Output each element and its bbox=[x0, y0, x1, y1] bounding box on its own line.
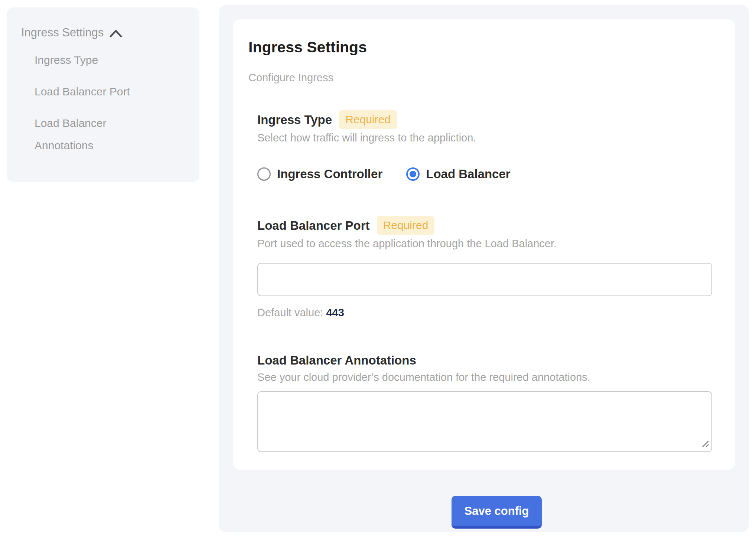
required-badge: Required bbox=[339, 110, 397, 129]
default-value-label: Default value: bbox=[257, 307, 323, 318]
radio-option-ingress-controller[interactable]: Ingress Controller bbox=[257, 167, 382, 181]
radio-label: Load Balancer bbox=[426, 167, 510, 181]
settings-panel: Ingress Settings Configure Ingress Ingre… bbox=[219, 5, 749, 532]
radio-button-icon bbox=[406, 167, 420, 181]
default-value: 443 bbox=[326, 307, 344, 318]
page-subtitle: Configure Ingress bbox=[248, 71, 720, 84]
section-heading-load-balancer-annotations: Load Balancer Annotations bbox=[257, 352, 416, 369]
section-description: See your cloud provider’s documentation … bbox=[257, 371, 712, 383]
section-description: Select how traffic will ingress to the a… bbox=[257, 131, 712, 144]
page-title: Ingress Settings bbox=[248, 38, 720, 56]
chevron-up-icon bbox=[110, 27, 122, 38]
save-config-button[interactable]: Save config bbox=[452, 496, 542, 529]
section-load-balancer-annotations: Load Balancer Annotations See your cloud… bbox=[257, 352, 712, 452]
sidebar-item-load-balancer-port[interactable]: Load Balancer Port bbox=[35, 81, 147, 103]
resize-handle-icon[interactable] bbox=[701, 440, 710, 450]
ingress-settings-card: Ingress Settings Configure Ingress Ingre… bbox=[233, 19, 735, 470]
section-heading-load-balancer-port: Load Balancer Port bbox=[257, 218, 370, 234]
sidebar-item-ingress-type[interactable]: Ingress Type bbox=[35, 49, 147, 71]
sidebar-item-list: Ingress Type Load Balancer Port Load Bal… bbox=[21, 49, 147, 157]
load-balancer-port-input[interactable] bbox=[257, 263, 712, 296]
radio-button-icon bbox=[257, 167, 271, 181]
required-badge: Required bbox=[377, 216, 435, 235]
default-value-note: Default value: 443 bbox=[257, 306, 712, 319]
sidebar-group-label: Ingress Settings bbox=[21, 24, 104, 41]
section-load-balancer-port: Load Balancer Port Required Port used to… bbox=[257, 216, 712, 319]
section-description: Port used to access the application thro… bbox=[257, 237, 712, 250]
section-heading-ingress-type: Ingress Type bbox=[257, 112, 332, 128]
annotations-textarea-wrap bbox=[257, 391, 712, 452]
radio-label: Ingress Controller bbox=[277, 167, 382, 181]
radio-option-load-balancer[interactable]: Load Balancer bbox=[406, 167, 510, 181]
sidebar-group-ingress-settings[interactable]: Ingress Settings bbox=[21, 24, 185, 41]
settings-nav-sidebar: Ingress Settings Ingress Type Load Balan… bbox=[7, 7, 199, 182]
ingress-type-radio-group: Ingress Controller Load Balancer bbox=[257, 167, 712, 181]
load-balancer-annotations-textarea[interactable] bbox=[257, 391, 712, 452]
sidebar-item-load-balancer-annotations[interactable]: Load Balancer Annotations bbox=[35, 112, 147, 157]
section-ingress-type: Ingress Type Required Select how traffic… bbox=[257, 110, 712, 181]
